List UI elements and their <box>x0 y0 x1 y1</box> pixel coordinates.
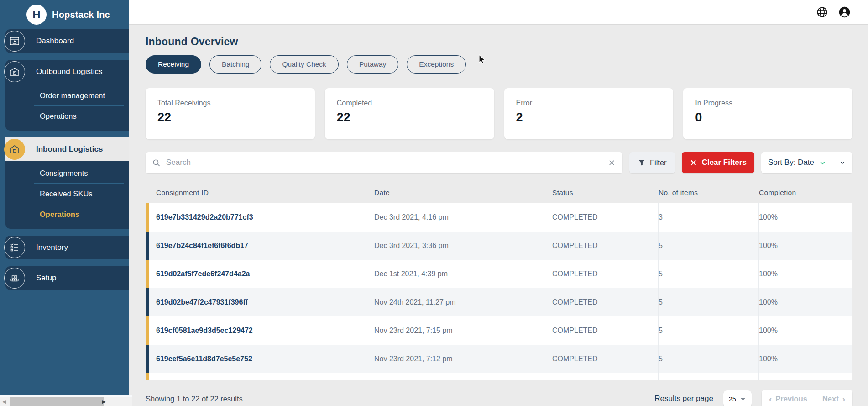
tab-exceptions[interactable]: Exceptions <box>407 55 466 74</box>
stat-value: 0 <box>695 111 841 125</box>
status-cell: COMPLETED <box>552 345 659 373</box>
items-cell: 5 <box>659 345 759 373</box>
sidebar-subitem-consignments[interactable]: Consignments <box>5 163 129 183</box>
column-header-consignment-id: Consignment ID <box>156 189 374 197</box>
stat-cards: Total Receivings 22 Completed 22 Error 2… <box>146 88 852 139</box>
sidebar-item-label: Inbound Logistics <box>36 145 103 154</box>
filter-button-label: Filter <box>650 158 667 167</box>
horizontal-scrollbar[interactable]: ◀ ▶ <box>0 397 132 406</box>
table-row[interactable]: 619cef5a6e11d8d7e5e5e752 Nov 23rd 2021, … <box>146 345 852 373</box>
completion-cell: 100% <box>759 316 852 345</box>
date-cell: Dec 1st 2021, 4:39 pm <box>374 260 552 288</box>
sidebar: H Hopstack Inc Dashboard Outbound Logist… <box>0 0 129 406</box>
warehouse-in-icon <box>4 139 25 160</box>
tab-bar: Receiving Batching Quality Check Putaway… <box>146 55 852 74</box>
sidebar-group-outbound: Outbound Logistics Order management Oper… <box>5 60 129 131</box>
search-input[interactable] <box>166 158 607 167</box>
scroll-left-arrow-icon[interactable]: ◀ <box>2 399 6 405</box>
dashboard-icon <box>4 31 25 52</box>
date-cell: Nov 24th 2021, 11:27 pm <box>374 288 552 316</box>
items-cell: 5 <box>659 288 759 316</box>
table-row[interactable]: 619e7b24c84f1ef6f6f6db17 Dec 3rd 2021, 3… <box>146 232 852 260</box>
sidebar-item-outbound-logistics[interactable]: Outbound Logistics <box>5 60 129 84</box>
topbar <box>129 0 868 25</box>
checklist-icon <box>4 237 25 258</box>
consignment-id-cell[interactable] <box>156 373 374 380</box>
tab-putaway[interactable]: Putaway <box>347 55 398 74</box>
page-size-select[interactable]: 25 <box>723 390 752 406</box>
pagination: ‹ Previous Next › <box>762 390 852 406</box>
sidebar-group-inbound: Inbound Logistics Consignments Received … <box>5 137 129 229</box>
globe-icon[interactable] <box>816 6 828 18</box>
scrollbar-thumb[interactable] <box>10 397 104 406</box>
clear-filters-button[interactable]: Clear Filters <box>682 152 754 173</box>
filter-button[interactable]: Filter <box>629 152 675 173</box>
next-label: Next <box>822 395 839 403</box>
table-row[interactable] <box>146 373 852 380</box>
sort-label: Sort By: Date <box>768 158 814 167</box>
consignment-id-cell[interactable]: 619e7b331429d2a20b771cf3 <box>156 203 374 232</box>
table-row[interactable]: 619e7b331429d2a20b771cf3 Dec 3rd 2021, 4… <box>146 203 852 232</box>
completion-cell: 100% <box>759 260 852 288</box>
items-cell: 5 <box>659 260 759 288</box>
sidebar-item-inventory[interactable]: Inventory <box>5 236 129 259</box>
sidebar-subitem-received-skus[interactable]: Received SKUs <box>5 184 129 204</box>
date-cell <box>374 373 552 380</box>
date-cell: Nov 23rd 2021, 7:15 pm <box>374 316 552 345</box>
stat-card-error: Error 2 <box>504 88 674 139</box>
completion-cell <box>759 373 852 380</box>
status-cell: COMPLETED <box>552 260 659 288</box>
items-cell <box>659 373 759 380</box>
stat-value: 22 <box>157 111 303 125</box>
column-header-status: Status <box>552 189 659 197</box>
sidebar-item-label: Dashboard <box>36 37 74 46</box>
stat-label: In Progress <box>695 99 841 107</box>
chevron-right-icon: › <box>842 395 845 403</box>
sort-dropdown[interactable]: Sort By: Date <box>761 152 852 173</box>
sidebar-item-dashboard[interactable]: Dashboard <box>5 29 129 53</box>
funnel-icon <box>638 158 646 167</box>
consignment-id-cell[interactable]: 619cf0581ae9d3d5ec129472 <box>156 316 374 345</box>
completion-cell: 100% <box>759 288 852 316</box>
sidebar-subitem-order-management[interactable]: Order management <box>5 85 129 105</box>
tab-quality-check[interactable]: Quality Check <box>270 55 338 74</box>
chevron-down-icon <box>839 159 846 166</box>
results-summary: Showing 1 to 22 of 22 results <box>146 395 243 403</box>
tab-receiving[interactable]: Receiving <box>146 55 201 74</box>
table-controls: Filter Clear Filters Sort By: Date <box>146 152 852 173</box>
status-cell: COMPLETED <box>552 203 659 232</box>
consignment-id-cell[interactable]: 619e7b24c84f1ef6f6f6db17 <box>156 232 374 260</box>
sidebar-item-setup[interactable]: Setup <box>5 266 129 290</box>
status-cell <box>552 373 659 380</box>
table-row[interactable]: 619d02be47f2c47931f396ff Nov 24th 2021, … <box>146 288 852 316</box>
column-header-completion: Completion <box>759 189 852 197</box>
main-content: Inbound Overview Receiving Batching Qual… <box>129 25 868 406</box>
table-row[interactable]: 619cf0581ae9d3d5ec129472 Nov 23rd 2021, … <box>146 316 852 345</box>
table-body: 619e7b331429d2a20b771cf3 Dec 3rd 2021, 4… <box>146 203 852 380</box>
tab-batching[interactable]: Batching <box>209 55 261 74</box>
sidebar-subitem-inbound-operations[interactable]: Operations <box>5 204 129 224</box>
status-cell: COMPLETED <box>552 232 659 260</box>
sidebar-item-label: Setup <box>36 274 56 283</box>
brand-header: H Hopstack Inc <box>0 0 129 29</box>
status-cell: COMPLETED <box>552 288 659 316</box>
previous-page-button[interactable]: ‹ Previous <box>762 390 815 406</box>
column-header-date: Date <box>374 189 552 197</box>
items-cell: 3 <box>659 203 759 232</box>
table-row[interactable]: 619d02af5f7cde6f247d4a2a Dec 1st 2021, 4… <box>146 260 852 288</box>
user-avatar-icon[interactable] <box>838 6 851 18</box>
scroll-right-arrow-icon[interactable]: ▶ <box>102 399 106 405</box>
next-page-button[interactable]: Next › <box>815 390 852 406</box>
consignment-id-cell[interactable]: 619d02af5f7cde6f247d4a2a <box>156 260 374 288</box>
search-icon <box>152 158 161 167</box>
sidebar-item-label: Outbound Logistics <box>36 67 103 76</box>
sidebar-subitem-outbound-operations[interactable]: Operations <box>5 106 129 126</box>
sidebar-item-inbound-logistics[interactable]: Inbound Logistics <box>5 137 129 161</box>
search-box <box>146 152 622 173</box>
items-cell: 5 <box>659 232 759 260</box>
consignment-id-cell[interactable]: 619cef5a6e11d8d7e5e5e752 <box>156 345 374 373</box>
date-cell: Nov 23rd 2021, 7:12 pm <box>374 345 552 373</box>
stat-label: Completed <box>337 99 482 107</box>
clear-search-icon[interactable] <box>607 158 616 167</box>
consignment-id-cell[interactable]: 619d02be47f2c47931f396ff <box>156 288 374 316</box>
